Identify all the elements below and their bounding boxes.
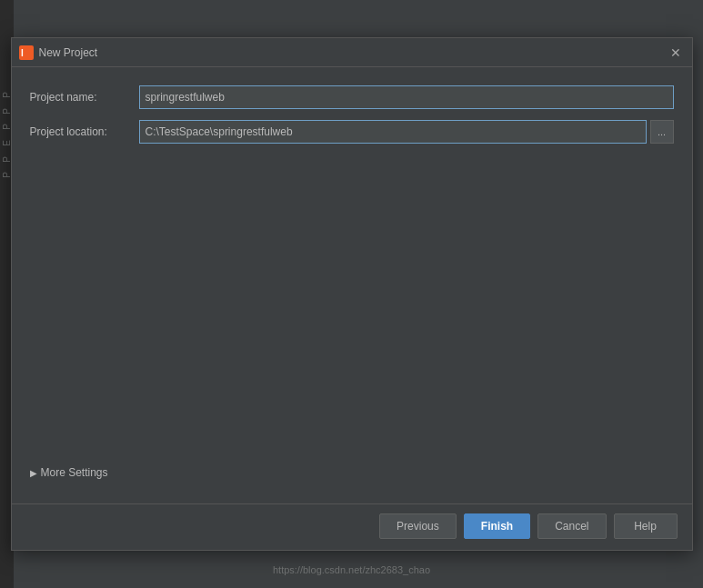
project-location-label: Project location: (30, 125, 139, 138)
new-project-dialog: I New Project ✕ Project name: Project lo… (11, 37, 693, 551)
watermark: https://blog.csdn.net/zhc2683_chao (0, 564, 703, 575)
browse-button[interactable]: ... (650, 120, 674, 144)
cancel-button[interactable]: Cancel (537, 513, 606, 539)
finish-button[interactable]: Finish (464, 513, 530, 539)
svg-text:I: I (21, 48, 24, 58)
dialog-title: New Project (39, 46, 667, 59)
project-location-row: Project location: ... (30, 120, 674, 144)
title-bar: I New Project ✕ (12, 38, 692, 67)
previous-button[interactable]: Previous (379, 513, 457, 539)
project-name-input[interactable] (139, 85, 674, 109)
project-name-label: Project name: (30, 91, 139, 104)
more-settings-label: More Settings (41, 466, 108, 479)
more-settings[interactable]: ▶ More Settings (30, 457, 108, 486)
project-location-input[interactable] (139, 120, 647, 144)
close-button[interactable]: ✕ (667, 44, 685, 62)
more-settings-container[interactable]: ▶ More Settings (30, 457, 108, 486)
more-settings-arrow: ▶ (30, 468, 37, 478)
app-icon: I (19, 45, 34, 60)
project-name-row: Project name: (30, 85, 674, 109)
button-row: Previous Finish Cancel Help (12, 504, 692, 550)
dialog-content: Project name: Project location: ... ▶ Mo… (12, 67, 692, 503)
dialog-overlay: P P P E P P I New Project ✕ Project name… (0, 0, 703, 588)
help-button[interactable]: Help (614, 513, 678, 539)
